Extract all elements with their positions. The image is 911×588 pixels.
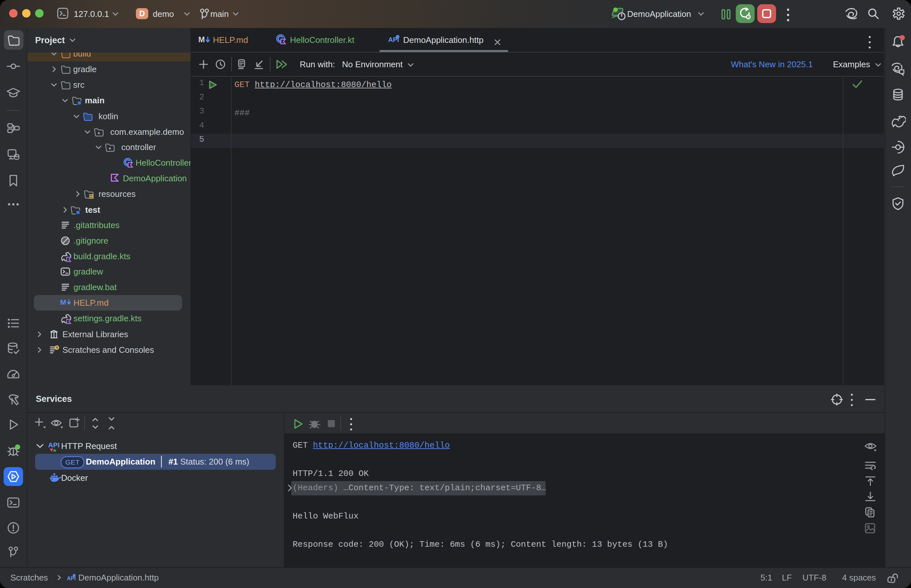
svg-text:API: API: [48, 441, 60, 449]
svg-text:M: M: [198, 35, 205, 44]
svg-text:M: M: [60, 298, 66, 306]
